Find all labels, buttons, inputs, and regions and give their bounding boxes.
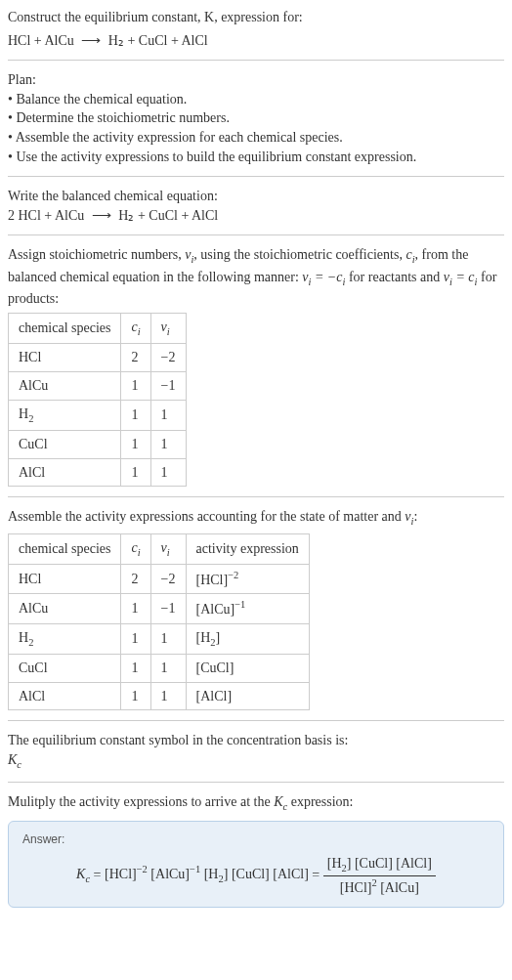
cell-ci: 1 — [121, 623, 150, 654]
fraction: [H2] [CuCl] [AlCl] [HCl]2 [AlCu] — [323, 854, 436, 898]
cell-vi: 1 — [150, 655, 186, 683]
table-row: AlCl 1 1 — [9, 458, 187, 487]
cell-vi: 1 — [150, 400, 186, 430]
col-vi: νi — [150, 313, 186, 343]
table-row: HCl 2 −2 — [9, 344, 187, 372]
plan-item: Determine the stoichiometric numbers. — [8, 108, 504, 128]
cell-vi: −2 — [150, 565, 186, 594]
answer-label: Answer: — [22, 831, 490, 848]
cell-ci: 1 — [121, 431, 150, 459]
cell-vi: 1 — [150, 458, 186, 487]
cell-vi: −2 — [150, 344, 186, 372]
table-row: H2 1 1 [H2] — [9, 623, 310, 654]
text: expression: — [287, 794, 353, 809]
table-row: CuCl 1 1 — [9, 431, 187, 459]
col-species: chemical species — [9, 313, 121, 343]
table-header-row: chemical species ci νi — [9, 313, 187, 343]
arrow-icon: ⟶ — [81, 31, 101, 51]
divider — [8, 496, 504, 497]
table-row: AlCl 1 1 [AlCl] — [9, 682, 310, 710]
col-vi: νi — [150, 533, 186, 564]
activity-section: Assemble the activity expressions accoun… — [8, 507, 504, 710]
stoich-table: chemical species ci νi HCl 2 −2 AlCu 1 −… — [8, 313, 187, 487]
plan-item: Use the activity expressions to build th… — [8, 148, 504, 167]
cell-ci: 1 — [121, 655, 150, 683]
fraction-numerator: [H2] [CuCl] [AlCl] — [323, 854, 436, 876]
cell-expr: [AlCl] — [186, 682, 309, 710]
cell-vi: 1 — [150, 431, 186, 459]
cell-ci: 2 — [121, 344, 150, 372]
cell-species: AlCl — [9, 682, 121, 710]
rel: νi = ci — [444, 270, 478, 284]
cell-ci: 1 — [121, 594, 150, 623]
cell-species: H2 — [9, 623, 121, 654]
cell-expr: [AlCu]−1 — [186, 594, 309, 623]
product-form: [HCl]−2 [AlCu]−1 [H2] [CuCl] [AlCl] — [105, 867, 309, 881]
cell-vi: 1 — [150, 682, 186, 710]
col-species: chemical species — [9, 533, 121, 564]
table-header-row: chemical species ci νi activity expressi… — [9, 533, 310, 564]
plan-list: Balance the chemical equation. Determine… — [8, 90, 504, 166]
table-row: HCl 2 −2 [HCl]−2 — [9, 565, 310, 594]
plan-title: Plan: — [8, 70, 504, 90]
equation-lhs: 2 HCl + AlCu — [8, 208, 84, 223]
cell-ci: 2 — [121, 565, 150, 594]
cell-vi: −1 — [150, 371, 186, 400]
arrow-icon: ⟶ — [92, 206, 111, 226]
cell-expr: [CuCl] — [186, 655, 309, 683]
kc-lhs: Kc — [76, 867, 90, 881]
cell-species: HCl — [9, 565, 121, 594]
kc-intro: The equilibrium constant symbol in the c… — [8, 731, 504, 750]
rel: νi = −ci — [302, 270, 345, 284]
cell-species: AlCl — [9, 458, 121, 487]
fraction-denominator: [HCl]2 [AlCu] — [323, 876, 436, 897]
text: Assemble the activity expressions accoun… — [8, 509, 405, 524]
balanced-section: Write the balanced chemical equation: 2 … — [8, 187, 504, 225]
plan-item: Assemble the activity expression for eac… — [8, 128, 504, 148]
text: for reactants and — [345, 270, 443, 284]
plan-item: Balance the chemical equation. — [8, 90, 504, 109]
cell-species: AlCu — [9, 371, 121, 400]
header-section: Construct the equilibrium constant, K, e… — [8, 8, 504, 50]
cell-ci: 1 — [121, 400, 150, 430]
table-row: H2 1 1 — [9, 400, 187, 430]
c-i: ci — [405, 247, 414, 262]
cell-species: CuCl — [9, 431, 121, 459]
kc: Kc — [274, 794, 287, 809]
text: : — [413, 509, 417, 524]
multiply-section: Mulitply the activity expressions to arr… — [8, 792, 504, 908]
text: Assign stoichiometric numbers, — [8, 247, 185, 262]
equation-rhs: H₂ + CuCl + AlCl — [118, 208, 218, 223]
activity-table: chemical species ci νi activity expressi… — [8, 533, 310, 711]
table-row: AlCu 1 −1 — [9, 371, 187, 400]
table-row: AlCu 1 −1 [AlCu]−1 — [9, 594, 310, 623]
prompt-line: Construct the equilibrium constant, K, e… — [8, 8, 504, 27]
prompt-text: Construct the equilibrium constant, K, e… — [8, 10, 303, 24]
stoich-intro: Assign stoichiometric numbers, νi, using… — [8, 245, 504, 309]
cell-expr: [H2] — [186, 623, 309, 654]
kc-symbol: Kc — [8, 750, 504, 772]
col-ci: ci — [121, 313, 150, 343]
kc-symbol-section: The equilibrium constant symbol in the c… — [8, 731, 504, 772]
col-expr: activity expression — [186, 533, 309, 564]
cell-ci: 1 — [121, 682, 150, 710]
text: , using the stoichiometric coefficients, — [193, 247, 405, 262]
divider — [8, 176, 504, 177]
answer-box: Answer: Kc = [HCl]−2 [AlCu]−1 [H2] [CuCl… — [8, 821, 504, 909]
equation-lhs: HCl + AlCu — [8, 33, 74, 48]
table-row: CuCl 1 1 [CuCl] — [9, 655, 310, 683]
divider — [8, 720, 504, 721]
text: Mulitply the activity expressions to arr… — [8, 794, 274, 809]
cell-ci: 1 — [121, 371, 150, 400]
divider — [8, 60, 504, 61]
cell-species: CuCl — [9, 655, 121, 683]
plan-section: Plan: Balance the chemical equation. Det… — [8, 70, 504, 166]
equation-rhs: H₂ + CuCl + AlCl — [108, 33, 208, 48]
unbalanced-equation: HCl + AlCu ⟶ H₂ + CuCl + AlCl — [8, 31, 504, 51]
col-ci: ci — [121, 533, 150, 564]
cell-vi: −1 — [150, 594, 186, 623]
activity-intro: Assemble the activity expressions accoun… — [8, 507, 504, 529]
stoichiometry-section: Assign stoichiometric numbers, νi, using… — [8, 245, 504, 487]
equals: = — [312, 867, 322, 881]
kc-expression: Kc = [HCl]−2 [AlCu]−1 [H2] [CuCl] [AlCl]… — [22, 854, 490, 898]
